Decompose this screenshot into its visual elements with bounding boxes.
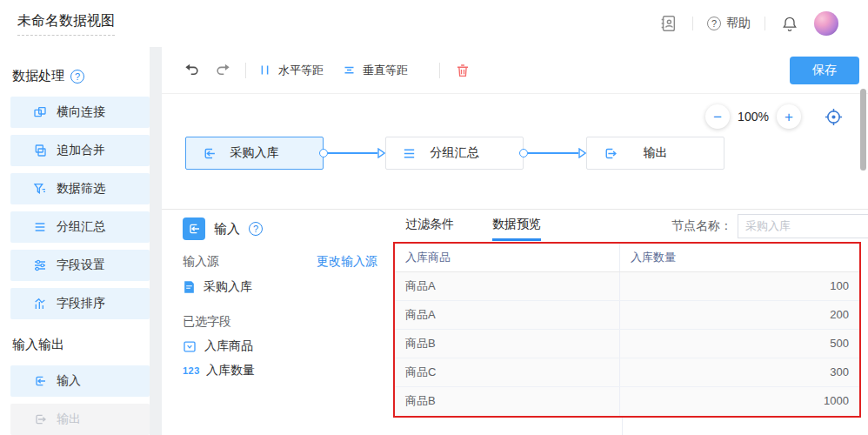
table-row: 商品C 300: [395, 358, 859, 387]
section-title: 数据处理: [12, 68, 64, 84]
connector-arrow-icon: [578, 148, 586, 158]
sidebar-item-label: 输入: [57, 373, 81, 389]
change-source-link[interactable]: 更改输入源: [317, 254, 377, 270]
bell-icon[interactable]: [779, 13, 800, 34]
zoom-in-button[interactable]: +: [777, 104, 801, 129]
app-header: 未命名数据视图 ? 帮助: [0, 0, 868, 47]
sidebar-item-data-filter[interactable]: 数据筛选: [10, 173, 150, 204]
input-node-icon: [183, 218, 205, 240]
connector-arrow-icon: [377, 148, 385, 158]
field-name: 入库商品: [204, 338, 253, 354]
input-icon: [202, 146, 217, 161]
table-row: 商品A 100: [395, 272, 859, 301]
header-actions: ? 帮助: [658, 11, 838, 36]
help-circle-icon[interactable]: ?: [70, 70, 84, 84]
locate-center-icon[interactable]: [824, 107, 844, 127]
canvas-toolbar: 水平等距 垂直等距 保存: [162, 47, 868, 94]
sidebar-item-label: 横向连接: [57, 104, 105, 120]
group-summary-icon: [402, 146, 417, 161]
sidebar-item-horizontal-join[interactable]: 横向连接: [10, 97, 150, 128]
node-name-input[interactable]: [738, 214, 868, 238]
sidebar-item-field-sort[interactable]: 字段排序: [10, 288, 150, 319]
input-icon: [33, 374, 47, 388]
column-header: 入库数量: [620, 244, 859, 271]
output-icon: [603, 146, 618, 161]
tab-filter-conditions[interactable]: 过滤条件: [405, 210, 454, 241]
sidebar-item-label: 追加合并: [57, 143, 105, 158]
user-avatar[interactable]: [814, 11, 838, 36]
vertical-scrollbar[interactable]: [860, 89, 866, 171]
list-lines-icon: [33, 220, 47, 234]
main-area: 水平等距 垂直等距 保存 − 100% +: [162, 47, 868, 435]
table-header-row: 入库商品 入库数量: [395, 244, 859, 272]
panel-title: 输入: [214, 221, 240, 238]
node-detail-panel: 输入 ? 输入源 更改输入源 采购入库 已选字段 入库商品: [162, 209, 868, 435]
output-icon: [33, 412, 47, 426]
flow-canvas[interactable]: − 100% + 采购入库 分组汇总: [162, 94, 868, 209]
header-divider: [692, 17, 693, 30]
cell-quantity: 100: [620, 272, 859, 300]
sidebar-item-input[interactable]: 输入: [10, 365, 150, 397]
cell-quantity: 200: [620, 301, 859, 329]
sidebar: 数据处理 ? 横向连接 追加合并 数据筛选 分组汇总 字段设置 字: [0, 47, 150, 435]
sidebar-item-field-settings[interactable]: 字段设置: [10, 250, 150, 281]
zoom-out-button[interactable]: −: [705, 104, 730, 129]
undo-icon[interactable]: [181, 60, 202, 81]
cell-quantity: 500: [620, 330, 859, 358]
sidebar-section-io: 输入输出: [12, 337, 150, 353]
toolbar-divider: [245, 63, 246, 78]
number-field-icon: 123: [183, 365, 198, 376]
source-name: 采购入库: [204, 279, 252, 295]
sort-bars-icon: [33, 297, 47, 311]
flow-node-label: 输出: [644, 145, 668, 161]
flow-node-label: 分组汇总: [431, 145, 479, 161]
connector-port: [519, 149, 528, 157]
section-title: 输入输出: [12, 337, 64, 353]
vertical-spacing-button[interactable]: 垂直等距: [343, 63, 408, 78]
input-source-label: 输入源: [183, 254, 219, 270]
horizontal-spacing-label: 水平等距: [278, 63, 324, 78]
field-item-quantity: 123 入库数量: [183, 363, 377, 378]
text-field-icon: [183, 340, 197, 353]
tab-data-preview[interactable]: 数据预览: [492, 210, 541, 241]
help-button[interactable]: ? 帮助: [707, 16, 751, 31]
sidebar-item-append-merge[interactable]: 追加合并: [10, 135, 150, 166]
save-button[interactable]: 保存: [790, 57, 859, 84]
help-label: 帮助: [726, 16, 751, 31]
sidebar-item-output[interactable]: 输出: [10, 404, 150, 435]
page-title[interactable]: 未命名数据视图: [17, 12, 115, 36]
table-row: 商品A 200: [395, 301, 859, 330]
flow-node-purchase-inbound[interactable]: 采购入库: [185, 137, 324, 170]
cell-quantity: 300: [620, 358, 859, 386]
input-source-row: 输入源 更改输入源: [183, 254, 377, 270]
merge-squares-icon: [33, 144, 47, 157]
horizontal-spacing-icon: [258, 64, 271, 77]
source-name-row: 采购入库: [183, 279, 377, 295]
header-divider: [765, 17, 765, 30]
sidebar-item-group-summary[interactable]: 分组汇总: [10, 211, 150, 243]
filter-funnel-icon: [33, 182, 47, 196]
flow-node-output[interactable]: 输出: [586, 137, 724, 170]
vertical-spacing-label: 垂直等距: [363, 63, 408, 78]
connector-line: [328, 152, 377, 154]
delete-trash-icon[interactable]: [452, 60, 473, 81]
connector-line: [528, 152, 578, 154]
horizontal-spacing-button[interactable]: 水平等距: [258, 63, 324, 78]
redo-icon[interactable]: [212, 60, 233, 81]
cell-product: 商品B: [395, 330, 620, 358]
zoom-level: 100%: [730, 110, 777, 124]
table-row: 商品B 500: [395, 330, 859, 358]
cell-product: 商品A: [395, 272, 620, 300]
help-circle-icon[interactable]: ?: [249, 222, 263, 236]
input-config-column: 输入 ? 输入源 更改输入源 采购入库 已选字段 入库商品: [162, 210, 393, 435]
cell-quantity: 1000: [620, 387, 859, 416]
contacts-book-icon[interactable]: [658, 13, 678, 34]
preview-column: 过滤条件 数据预览 节点名称： 入库商品 入库数量 商品A 100 商品A 20…: [393, 210, 868, 435]
vertical-spacing-icon: [343, 64, 356, 77]
sidebar-item-label: 分组汇总: [57, 219, 105, 235]
cell-product: 商品A: [395, 301, 620, 329]
flow-node-group-summary[interactable]: 分组汇总: [385, 137, 524, 170]
zoom-controls: − 100% +: [705, 104, 844, 129]
sidebar-item-label: 字段设置: [57, 258, 105, 273]
flow-node-label: 采购入库: [230, 145, 279, 161]
